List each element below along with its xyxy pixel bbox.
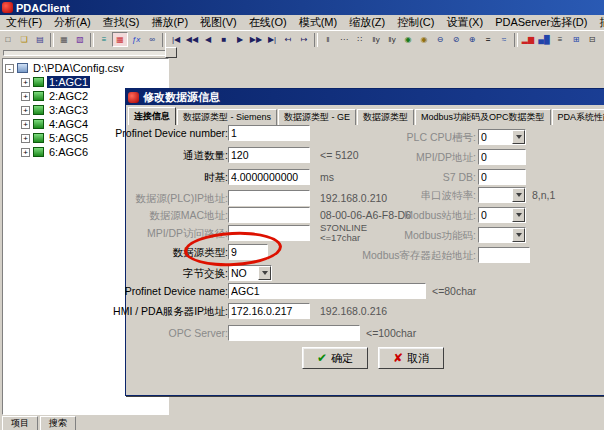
modify-datasource-dialog: 修改数据源信息 连接信息 数据源类型 - Siemens 数据源类型 - GE … — [125, 88, 604, 396]
menu-find[interactable]: 查找(S) — [97, 15, 146, 30]
dashed-box-icon[interactable]: ∷ — [352, 32, 368, 47]
grid-pause-icon[interactable]: ▦ — [112, 32, 128, 47]
rewind-icon[interactable]: ◀◀ — [184, 32, 200, 47]
y-scale-down-icon[interactable]: ‖y — [384, 32, 400, 47]
stop-icon[interactable]: ■ — [216, 32, 232, 47]
datasource-icon — [33, 105, 44, 115]
print-icon[interactable]: ▦ — [56, 32, 72, 47]
bar-chart-icon[interactable]: ▄█ — [536, 32, 552, 47]
stats-icon[interactable]: ▂▆ — [520, 32, 536, 47]
expand-icon[interactable]: + — [21, 120, 30, 129]
slider-handle[interactable] — [165, 47, 177, 58]
menu-pdaserver-select[interactable]: PDAServer选择(D) — [489, 15, 593, 30]
dialog-tabstrip: 连接信息 数据源类型 - Siemens 数据源类型 - GE 数据源类型 Mo… — [128, 107, 604, 125]
globe-icon[interactable]: ◉ — [400, 32, 416, 47]
new-file-icon[interactable]: □ — [0, 32, 16, 47]
expand-icon[interactable]: + — [21, 148, 30, 157]
play-icon[interactable]: ▶ — [232, 32, 248, 47]
cancel-button[interactable]: ✘ 取消 — [378, 347, 444, 369]
tab-pda-performance[interactable]: PDA系统性能 — [552, 109, 604, 125]
menu-plugins[interactable]: 插件(Y) — [593, 15, 604, 30]
zoom-out-icon[interactable]: ⊖ — [432, 32, 448, 47]
table-icon[interactable]: ⊞ — [568, 32, 584, 47]
menu-file[interactable]: 文件(F) — [0, 15, 48, 30]
glasses-icon[interactable]: ∞ — [144, 32, 160, 47]
collapse-icon[interactable]: - — [5, 64, 14, 73]
tree-view-icon[interactable]: ≡ — [96, 32, 112, 47]
cursor-pair-icon[interactable]: ‖ — [320, 32, 336, 47]
device-name-hint: <=80char — [432, 285, 476, 297]
tree-root-label: D:\PDA\Config.csv — [31, 62, 126, 74]
toolbar-separator — [50, 33, 54, 47]
time-slider — [0, 47, 604, 57]
s7-db-input — [478, 169, 526, 185]
profinet-device-name-input[interactable] — [228, 283, 426, 299]
waveform-icon[interactable]: ≈ — [496, 32, 512, 47]
modbus-station-value: 0 — [479, 208, 512, 222]
tab-modbus-opc[interactable]: Modbus功能码及OPC数据类型 — [415, 109, 551, 125]
tab-project[interactable]: 项目 — [2, 416, 38, 430]
modbus-function-label: Modbus功能码: — [404, 229, 476, 243]
tab-datasource-type[interactable]: 数据源类型 — [357, 109, 414, 125]
skip-end-icon[interactable]: ▶| — [264, 32, 280, 47]
flag-icon[interactable]: ⚑ — [600, 32, 604, 47]
opc-server-input — [228, 325, 360, 341]
tree-item-agc1[interactable]: + 1:AGC1 — [3, 75, 168, 89]
menu-online[interactable]: 在线(O) — [243, 15, 293, 30]
skip-start-icon[interactable]: |◀ — [168, 32, 184, 47]
zoom-region-icon[interactable]: ⊘ — [448, 32, 464, 47]
chevron-down-icon — [512, 208, 525, 222]
chevron-down-icon — [512, 188, 525, 202]
slider-track[interactable] — [3, 50, 167, 56]
tree-root[interactable]: - D:\PDA\Config.csv — [3, 61, 168, 75]
toolbar-separator — [162, 33, 166, 47]
tab-siemens-type[interactable]: 数据源类型 - Siemens — [177, 109, 277, 125]
toolbar: □ ❏ ▤ ▦ ▧ ≡ ▦ ƒx ∞ |◀ ◀◀ ◀ ■ ▶ ▶▶ ▶| ↤ ↦… — [0, 30, 604, 48]
tab-ge-type[interactable]: 数据源类型 - GE — [278, 109, 356, 125]
dashed-line-icon[interactable]: ⋯ — [336, 32, 352, 47]
tree-item-label: 6:AGC6 — [47, 146, 90, 158]
menu-zoom[interactable]: 缩放(Z) — [343, 15, 391, 30]
rows-icon[interactable]: ≡ — [552, 32, 568, 47]
menu-play[interactable]: 播放(P) — [145, 15, 194, 30]
tab-connection-info[interactable]: 连接信息 — [128, 107, 176, 125]
chevron-down-icon[interactable] — [258, 266, 271, 280]
dialog-icon — [128, 92, 139, 103]
tab-search[interactable]: 搜索 — [40, 416, 76, 430]
expand-icon[interactable]: + — [21, 78, 30, 87]
opc-server-hint: <=100char — [366, 327, 416, 339]
equals-icon[interactable]: = — [480, 32, 496, 47]
bottom-tabs: 项目 搜索 — [2, 416, 78, 430]
globe-alt-icon[interactable]: ◉ — [416, 32, 432, 47]
chevron-down-icon — [512, 228, 525, 242]
expand-icon[interactable]: + — [21, 92, 30, 101]
menu-settings[interactable]: 设置(X) — [440, 15, 489, 30]
menu-control[interactable]: 控制(C) — [391, 15, 440, 30]
menu-mode[interactable]: 模式(M) — [293, 15, 344, 30]
toolbar-separator — [514, 33, 518, 47]
profinet-device-name-label: Profinet Device name: — [125, 285, 228, 297]
jump-back-icon[interactable]: ↤ — [280, 32, 296, 47]
function-icon[interactable]: ƒx — [128, 32, 144, 47]
mpi-address-label: MPI/DP地址: — [416, 151, 476, 165]
save-icon[interactable]: ▤ — [32, 32, 48, 47]
byte-swap-value: NO — [229, 266, 258, 280]
byte-swap-dropdown[interactable]: NO — [228, 265, 272, 281]
expand-icon[interactable]: + — [21, 106, 30, 115]
ok-button[interactable]: ✔ 确定 — [302, 347, 368, 369]
open-folder-icon[interactable]: ❏ — [16, 32, 32, 47]
zoom-in-icon[interactable]: ⊕ — [464, 32, 480, 47]
menu-view[interactable]: 视图(V) — [194, 15, 243, 30]
fast-forward-icon[interactable]: ▶▶ — [248, 32, 264, 47]
chevron-down-icon — [512, 130, 525, 144]
panel-icon[interactable]: ⊟ — [584, 32, 600, 47]
export-icon[interactable]: ▧ — [72, 32, 88, 47]
hmi-ip-input[interactable] — [228, 303, 310, 319]
step-back-icon[interactable]: ◀ — [200, 32, 216, 47]
expand-icon[interactable]: + — [21, 134, 30, 143]
y-scale-up-icon[interactable]: ‖y — [368, 32, 384, 47]
tree-item-label: 3:AGC3 — [47, 104, 90, 116]
datasource-icon — [33, 133, 44, 143]
menu-analysis[interactable]: 分析(A) — [48, 15, 97, 30]
jump-forward-icon[interactable]: ↦ — [296, 32, 312, 47]
